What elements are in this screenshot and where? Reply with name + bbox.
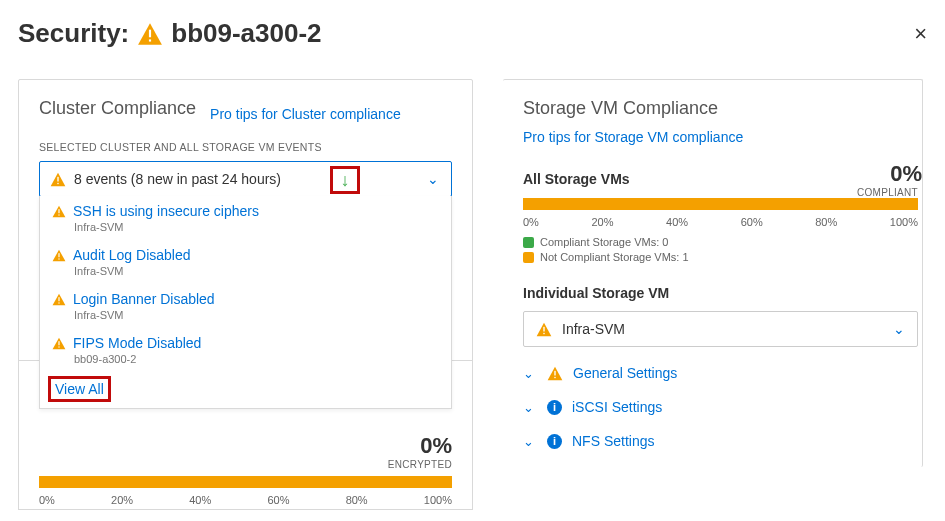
- dropdown-text: 8 events (8 new in past 24 hours): [74, 171, 281, 187]
- settings-label: General Settings: [573, 365, 677, 381]
- storage-vm-compliance-card: Storage VM Compliance Pro tips for Stora…: [503, 79, 923, 467]
- tick: 20%: [591, 216, 613, 228]
- legend-noncompliant: Not Compliant Storage VMs: 1: [540, 251, 689, 263]
- event-item[interactable]: FIPS Mode Disabled bb09-a300-2: [40, 328, 451, 372]
- settings-label: iSCSI Settings: [572, 399, 662, 415]
- compliant-label: COMPLIANT: [523, 187, 918, 198]
- info-icon: i: [547, 400, 562, 415]
- event-title: FIPS Mode Disabled: [73, 335, 201, 351]
- view-all-link[interactable]: View All: [55, 381, 104, 397]
- compliance-bar: [523, 198, 918, 210]
- svm-selected: Infra-SVM: [562, 321, 625, 337]
- view-all-highlight: View All: [48, 376, 111, 402]
- page-title-prefix: Security:: [18, 18, 129, 49]
- tick: 100%: [424, 494, 452, 506]
- chevron-down-icon: ⌄: [523, 366, 537, 381]
- download-highlight: ↓: [330, 166, 360, 194]
- chevron-down-icon: ⌄: [893, 321, 905, 337]
- svg-rect-0: [149, 29, 151, 37]
- chevron-down-icon: ⌄: [523, 400, 537, 415]
- tick: 60%: [267, 494, 289, 506]
- event-item[interactable]: Login Banner Disabled Infra-SVM: [40, 284, 451, 328]
- all-storage-vms-label: All Storage VMs: [523, 171, 630, 187]
- tick: 40%: [189, 494, 211, 506]
- iscsi-settings-row[interactable]: ⌄ i iSCSI Settings: [523, 399, 922, 415]
- svg-rect-4: [58, 209, 59, 213]
- svg-rect-2: [57, 176, 58, 181]
- svg-rect-3: [57, 182, 58, 183]
- general-settings-row[interactable]: ⌄ General Settings: [523, 365, 922, 381]
- event-title: SSH is using insecure ciphers: [73, 203, 259, 219]
- cluster-compliance-card: Cluster Compliance Pro tips for Cluster …: [18, 79, 473, 467]
- tick: 100%: [890, 216, 918, 228]
- event-source: Infra-SVM: [74, 309, 441, 321]
- svg-rect-11: [58, 346, 59, 347]
- svg-rect-7: [58, 258, 59, 259]
- warning-icon: [50, 172, 66, 187]
- warning-icon: [52, 205, 66, 218]
- svg-rect-13: [543, 332, 544, 333]
- encrypted-bar: [39, 476, 452, 488]
- event-item[interactable]: SSH is using insecure ciphers Infra-SVM: [40, 196, 451, 240]
- page-header: Security: bb09-a300-2 ×: [18, 8, 927, 49]
- tick: 60%: [741, 216, 763, 228]
- events-dropdown[interactable]: 8 events (8 new in past 24 hours) ↓ ⌄: [39, 161, 452, 197]
- individual-svm-label: Individual Storage VM: [523, 285, 922, 301]
- encrypted-ticks: 0% 20% 40% 60% 80% 100%: [39, 494, 452, 506]
- events-subhead: SELECTED CLUSTER AND ALL STORAGE VM EVEN…: [39, 141, 452, 153]
- tick: 40%: [666, 216, 688, 228]
- tick: 80%: [815, 216, 837, 228]
- compliant-percent: 0%: [890, 161, 922, 187]
- svg-rect-1: [149, 39, 151, 41]
- event-source: Infra-SVM: [74, 221, 441, 233]
- svg-rect-12: [543, 326, 544, 331]
- close-icon[interactable]: ×: [914, 21, 927, 47]
- encrypted-label: ENCRYPTED: [39, 459, 452, 470]
- tick: 0%: [39, 494, 55, 506]
- warning-icon: [52, 293, 66, 306]
- info-icon: i: [547, 434, 562, 449]
- svg-rect-15: [554, 376, 555, 377]
- svg-rect-14: [554, 370, 555, 375]
- event-item[interactable]: Audit Log Disabled Infra-SVM: [40, 240, 451, 284]
- tick: 80%: [346, 494, 368, 506]
- legend: Compliant Storage VMs: 0 Not Compliant S…: [523, 236, 922, 263]
- legend-swatch-orange: [523, 252, 534, 263]
- chevron-down-icon: ⌄: [523, 434, 537, 449]
- svg-rect-5: [58, 214, 59, 215]
- svg-rect-8: [58, 297, 59, 301]
- warning-icon: [52, 249, 66, 262]
- warning-icon: [137, 22, 163, 46]
- svg-rect-6: [58, 253, 59, 257]
- download-arrow-icon[interactable]: ↓: [341, 170, 350, 191]
- compliance-ticks: 0% 20% 40% 60% 80% 100%: [523, 216, 918, 228]
- warning-icon: [52, 337, 66, 350]
- event-title: Login Banner Disabled: [73, 291, 215, 307]
- settings-label: NFS Settings: [572, 433, 654, 449]
- tick: 0%: [523, 216, 539, 228]
- cluster-tips-link[interactable]: Pro tips for Cluster compliance: [210, 106, 401, 122]
- warning-icon: [536, 322, 552, 337]
- svm-select[interactable]: Infra-SVM ⌄: [523, 311, 918, 347]
- svg-rect-9: [58, 302, 59, 303]
- legend-swatch-green: [523, 237, 534, 248]
- encrypted-percent: 0%: [39, 433, 452, 459]
- page-title: bb09-a300-2: [171, 18, 321, 49]
- cluster-compliance-title: Cluster Compliance: [39, 98, 196, 119]
- chevron-down-icon: ⌄: [427, 171, 439, 187]
- event-source: Infra-SVM: [74, 265, 441, 277]
- event-source: bb09-a300-2: [74, 353, 441, 365]
- events-dropdown-list: SSH is using insecure ciphers Infra-SVM …: [39, 196, 452, 409]
- event-title: Audit Log Disabled: [73, 247, 191, 263]
- svg-rect-10: [58, 341, 59, 345]
- tick: 20%: [111, 494, 133, 506]
- storage-vm-tips-link[interactable]: Pro tips for Storage VM compliance: [523, 129, 922, 145]
- storage-vm-title: Storage VM Compliance: [523, 98, 922, 119]
- warning-icon: [547, 366, 563, 381]
- legend-compliant: Compliant Storage VMs: 0: [540, 236, 668, 248]
- nfs-settings-row[interactable]: ⌄ i NFS Settings: [523, 433, 922, 449]
